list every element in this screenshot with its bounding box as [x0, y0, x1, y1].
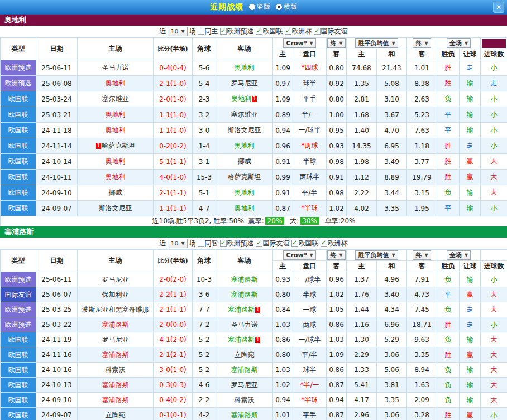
summary-text: 近10场,胜5平3负2, 胜率:50% — [152, 217, 244, 225]
checkbox-unchecked-icon[interactable] — [198, 240, 204, 247]
checkbox-checked-icon[interactable] — [220, 240, 227, 247]
home-team-name: 奥地利 — [106, 110, 126, 118]
column-header: 客场 — [216, 38, 273, 60]
same-venue-filter[interactable]: 同主 — [198, 27, 218, 36]
same-venue-filter[interactable]: 同客 — [198, 239, 218, 248]
column-header: 主场 — [78, 250, 154, 272]
match-count-select[interactable]: 10▼ — [168, 27, 187, 36]
layout-option-horizontal[interactable]: 横版 — [276, 2, 297, 12]
match-date: 25-03-21 — [36, 107, 78, 123]
final-odds-select-2[interactable]: 终▼ — [413, 250, 431, 260]
close-button[interactable]: ✕ — [493, 2, 504, 13]
league-label: 欧洲预选 — [227, 27, 254, 36]
match-date: 24-09-10 — [36, 185, 78, 201]
league-filter[interactable]: 欧国联 — [291, 239, 319, 248]
final-odds-select-2-value: 终 — [415, 251, 422, 259]
match-date: 24-10-13 — [36, 378, 78, 393]
goals-outcome: 大 — [481, 154, 507, 170]
euro-draw-odds: 3.67 — [377, 107, 407, 123]
scope-header: 全场▼ — [437, 38, 481, 49]
league-filter[interactable]: 国际友谊 — [256, 239, 290, 248]
checkbox-checked-icon[interactable] — [321, 240, 327, 247]
column-header: 角球 — [193, 38, 216, 60]
asian-away-odds: 1.02 — [327, 201, 347, 216]
bookmaker-select[interactable]: Crow*▼ — [283, 38, 315, 48]
match-type-badge: 欧洲预选 — [1, 272, 36, 287]
corner-filler — [481, 250, 507, 261]
final-odds-select[interactable]: 终▼ — [327, 38, 345, 48]
column-header: 主 — [273, 49, 293, 60]
match-date: 24-11-19 — [36, 332, 78, 347]
checkbox-checked-icon[interactable] — [291, 240, 298, 247]
checkbox-checked-icon[interactable] — [220, 28, 227, 35]
handicap-outcome: 输 — [460, 272, 481, 287]
league-filter[interactable]: 欧洲预选 — [220, 239, 254, 248]
match-count-select-value: 10 — [170, 240, 178, 247]
scope-select[interactable]: 全场▼ — [447, 250, 471, 260]
home-team-cell: 罗马尼亚 — [78, 272, 154, 287]
average-select[interactable]: 胜平负均值▼ — [355, 38, 398, 48]
corners-cell: 4-6 — [193, 378, 216, 393]
away-team-cell: 塞浦路斯 — [216, 363, 273, 378]
league-label: 国际友谊 — [321, 27, 348, 36]
euro-home-odds: 1.98 — [347, 154, 377, 170]
checkbox-checked-icon[interactable] — [285, 28, 291, 35]
away-team-cell: 圣马力诺 — [216, 317, 273, 332]
euro-home-odds: 2.81 — [347, 91, 377, 107]
checkbox-unchecked-icon[interactable] — [198, 28, 204, 35]
handicap-outcome: 赢 — [460, 408, 481, 420]
euro-home-odds: 1.76 — [347, 287, 377, 302]
handicap-outcome: 输 — [460, 123, 481, 138]
checkbox-checked-icon[interactable] — [314, 28, 321, 35]
goals-outcome: 走 — [481, 76, 507, 91]
final-odds-select-2[interactable]: 终▼ — [413, 38, 431, 48]
goals-outcome: 大 — [481, 347, 507, 363]
corners-cell: 5-2 — [193, 363, 216, 378]
bookmaker-select[interactable]: Crow*▼ — [283, 250, 315, 260]
final-odds-header-2: 终▼ — [407, 38, 437, 49]
league-filter[interactable]: 欧国联 — [256, 27, 283, 36]
euro-home-odds: 1.40 — [347, 123, 377, 138]
away-team-name: 塞浦路斯 — [231, 291, 258, 298]
handicap-outcome: 走 — [460, 60, 481, 76]
match-type-badge: 欧国联 — [1, 393, 36, 408]
column-header: 和 — [377, 49, 407, 60]
result-outcome: 平 — [437, 201, 460, 216]
away-team-name: 奥地利 — [231, 95, 251, 103]
league-filter[interactable]: 欧洲杯 — [321, 239, 348, 248]
final-odds-select[interactable]: 终▼ — [327, 250, 345, 260]
column-header: 客 — [407, 261, 437, 272]
league-filter[interactable]: 欧洲预选 — [220, 27, 254, 36]
league-filter[interactable]: 国际友谊 — [314, 27, 348, 36]
home-team-name: 圣马力诺 — [102, 64, 129, 71]
scope-select[interactable]: 全场▼ — [447, 38, 471, 48]
checkbox-checked-icon[interactable] — [256, 28, 262, 35]
euro-draw-odds: 4.96 — [377, 272, 407, 287]
corners-cell: 15-3 — [193, 170, 216, 185]
league-label: 欧洲杯 — [328, 239, 348, 248]
away-team-cell: 奥地利 — [216, 60, 273, 76]
league-filter[interactable]: 欧洲杯 — [285, 27, 312, 36]
match-type-badge: 欧洲预选 — [1, 302, 36, 317]
asian-home-odds: 1.09 — [273, 91, 293, 107]
away-team-name: 奥地利 — [235, 64, 255, 71]
table-row: 欧国联24-10-11奥地利4-0(1-0)15-3哈萨克斯坦0.99两球半0.… — [1, 170, 507, 185]
match-count-select[interactable]: 10▼ — [168, 239, 187, 248]
column-header: 客 — [327, 261, 347, 272]
average-select[interactable]: 胜平负均值▼ — [355, 250, 398, 260]
asian-home-odds: 0.93 — [273, 272, 293, 287]
home-team-cell: 奥地利 — [78, 76, 154, 91]
checkbox-checked-icon[interactable] — [256, 240, 262, 247]
score-cell: 2-0(1-0) — [154, 91, 193, 107]
away-team-cell: 塞浦路斯1 — [216, 302, 273, 317]
asian-home-odds: 0.91 — [273, 185, 293, 201]
corner-filler — [481, 38, 507, 49]
home-team-cell: 奥地利 — [78, 170, 154, 185]
home-team-cell: 奥地利 — [78, 107, 154, 123]
league-label: 欧国联 — [299, 239, 319, 248]
euro-home-odds: 2.96 — [347, 408, 377, 420]
goals-outcome: 小 — [481, 91, 507, 107]
away-team-cell: 奥地利 — [216, 201, 273, 216]
score-cell: 1-1(1-0) — [154, 107, 193, 123]
layout-option-vertical[interactable]: 竖版 — [249, 2, 270, 12]
